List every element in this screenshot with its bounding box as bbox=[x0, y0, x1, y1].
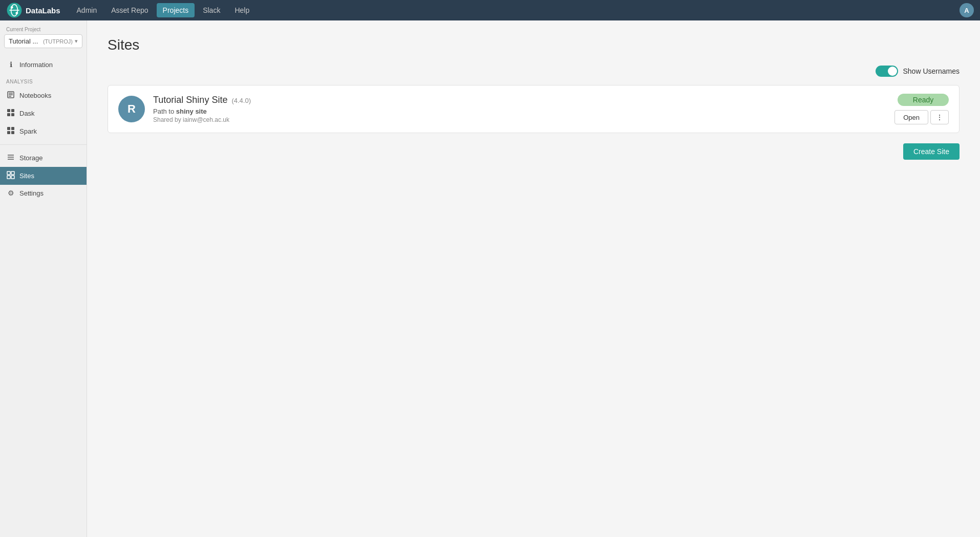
sidebar-item-sites[interactable]: Sites bbox=[0, 167, 87, 185]
notebooks-icon bbox=[6, 91, 15, 100]
show-usernames-toggle[interactable] bbox=[876, 66, 898, 77]
sidebar-item-storage[interactable]: Storage bbox=[0, 149, 87, 167]
sidebar-item-dask[interactable]: Dask bbox=[0, 104, 87, 122]
nav-admin[interactable]: Admin bbox=[71, 3, 103, 17]
analysis-section-label: ANALYSIS bbox=[0, 73, 87, 87]
svg-rect-22 bbox=[7, 176, 10, 179]
svg-rect-15 bbox=[7, 131, 10, 134]
site-path: Path to shiny site bbox=[153, 108, 886, 115]
site-version: (4.4.0) bbox=[231, 97, 251, 104]
nav-asset-repo[interactable]: Asset Repo bbox=[105, 3, 154, 17]
project-name: Tutorial ... bbox=[9, 37, 41, 45]
app-name-label: DataLabs bbox=[26, 6, 60, 15]
project-id: (TUTPROJ) bbox=[43, 38, 73, 45]
sidebar-divider bbox=[0, 144, 87, 145]
svg-rect-21 bbox=[11, 171, 14, 175]
svg-rect-14 bbox=[11, 127, 14, 130]
sidebar-label-spark: Spark bbox=[19, 127, 37, 135]
sidebar-label-sites: Sites bbox=[19, 172, 34, 180]
user-avatar[interactable]: A bbox=[960, 3, 974, 17]
current-project-label: Current Project bbox=[0, 27, 87, 34]
sidebar-label-storage: Storage bbox=[19, 154, 43, 162]
sidebar-label-notebooks: Notebooks bbox=[19, 92, 51, 99]
svg-rect-9 bbox=[7, 109, 10, 112]
logo[interactable]: DataLabs bbox=[6, 2, 60, 18]
sidebar-item-notebooks[interactable]: Notebooks bbox=[0, 87, 87, 104]
svg-rect-11 bbox=[7, 113, 10, 116]
status-badge: Ready bbox=[898, 94, 949, 106]
site-title-row: Tutorial Shiny Site (4.4.0) bbox=[153, 95, 886, 105]
more-options-button[interactable]: ⋮ bbox=[930, 110, 949, 124]
page-title: Sites bbox=[108, 37, 960, 53]
site-actions: Ready Open ⋮ bbox=[894, 94, 949, 124]
show-usernames-label: Show Usernames bbox=[903, 67, 960, 75]
nav-projects[interactable]: Projects bbox=[157, 3, 195, 17]
svg-rect-10 bbox=[11, 109, 14, 112]
sidebar-label-dask: Dask bbox=[19, 110, 35, 117]
nav-slack[interactable]: Slack bbox=[197, 3, 226, 17]
site-info: Tutorial Shiny Site (4.4.0) Path to shin… bbox=[153, 95, 886, 123]
sidebar-item-information[interactable]: ℹ Information bbox=[0, 56, 87, 73]
topnav: DataLabs Admin Asset Repo Projects Slack… bbox=[0, 0, 980, 20]
project-selector[interactable]: Tutorial ... (TUTPROJ) ▾ bbox=[4, 34, 82, 48]
chevron-down-icon: ▾ bbox=[75, 38, 78, 45]
sites-icon bbox=[6, 171, 15, 181]
datalabs-logo bbox=[6, 2, 23, 18]
svg-rect-12 bbox=[11, 113, 14, 116]
svg-point-4 bbox=[15, 12, 18, 14]
open-button[interactable]: Open bbox=[894, 110, 928, 124]
create-site-button[interactable]: Create Site bbox=[903, 143, 960, 160]
svg-rect-16 bbox=[11, 131, 14, 134]
create-site-bar: Create Site bbox=[108, 143, 960, 160]
nav-help[interactable]: Help bbox=[228, 3, 255, 17]
sidebar-item-spark[interactable]: Spark bbox=[0, 122, 87, 140]
main-content: Sites Show Usernames R Tutorial Shiny Si… bbox=[87, 20, 980, 537]
sidebar-label-information: Information bbox=[19, 61, 53, 69]
svg-rect-13 bbox=[7, 127, 10, 130]
site-card: R Tutorial Shiny Site (4.4.0) Path to sh… bbox=[108, 85, 960, 133]
storage-icon bbox=[6, 153, 15, 163]
action-buttons: Open ⋮ bbox=[894, 110, 949, 124]
info-icon: ℹ bbox=[6, 60, 15, 69]
svg-rect-20 bbox=[7, 171, 10, 175]
app-layout: Current Project Tutorial ... (TUTPROJ) ▾… bbox=[0, 20, 980, 537]
svg-point-3 bbox=[11, 6, 13, 9]
site-shared: Shared by iainw@ceh.ac.uk bbox=[153, 116, 886, 123]
settings-icon: ⚙ bbox=[6, 189, 15, 197]
site-avatar: R bbox=[118, 96, 145, 122]
sidebar: Current Project Tutorial ... (TUTPROJ) ▾… bbox=[0, 20, 87, 537]
site-name: Tutorial Shiny Site bbox=[153, 95, 227, 105]
sidebar-label-settings: Settings bbox=[19, 189, 44, 197]
spark-icon bbox=[6, 126, 15, 136]
sidebar-item-settings[interactable]: ⚙ Settings bbox=[0, 185, 87, 201]
svg-rect-23 bbox=[11, 176, 14, 179]
dask-icon bbox=[6, 109, 15, 118]
show-usernames-bar: Show Usernames bbox=[108, 66, 960, 77]
